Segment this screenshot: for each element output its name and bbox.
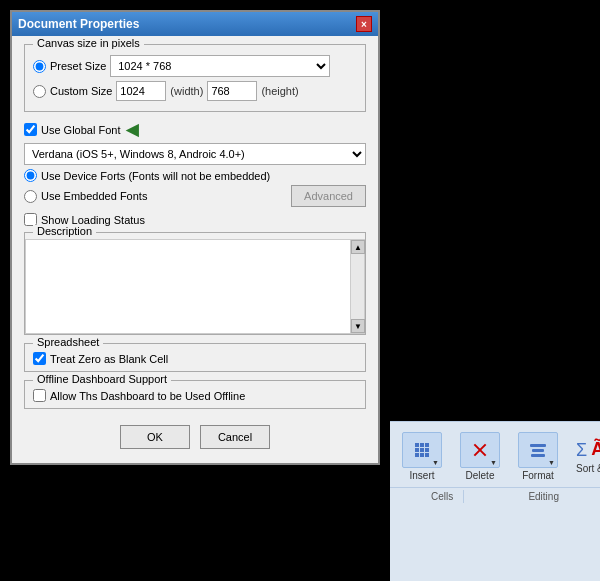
editing-group-label: Editing <box>518 490 569 503</box>
sigma-icon: Σ <box>576 441 587 459</box>
ribbon-toolbar: ▼ Insert ▼ Delete <box>390 421 600 581</box>
device-fonts-radio-label[interactable]: Use Device Forts (Fonts will not be embe… <box>24 169 270 182</box>
ok-button[interactable]: OK <box>120 425 190 449</box>
preset-size-label: Preset Size <box>50 60 106 72</box>
description-group: Description ▲ ▼ <box>24 232 366 335</box>
width-label: (width) <box>170 85 203 97</box>
delete-dropdown-arrow: ▼ <box>490 459 497 466</box>
spreadsheet-group: Spreadsheet Treat Zero as Blank Cell <box>24 343 366 372</box>
format-dropdown-arrow: ▼ <box>548 459 555 466</box>
embedded-fonts-label: Use Embedded Fonts <box>41 190 147 202</box>
allow-offline-text: Allow Ths Dashboard to be Used Offline <box>50 390 245 402</box>
custom-size-radio[interactable] <box>33 85 46 98</box>
embedded-fonts-row: Use Embedded Fonts Advanced <box>24 185 366 207</box>
sigma-row: Σ Ã ↓ <box>576 439 600 460</box>
sort-filter-label: Sort & <box>576 463 600 474</box>
allow-offline-label[interactable]: Allow Ths Dashboard to be Used Offline <box>33 389 357 402</box>
use-global-font-checkbox[interactable] <box>24 123 37 136</box>
delete-button[interactable]: ▼ <box>460 432 500 468</box>
height-input[interactable] <box>207 81 257 101</box>
description-legend: Description <box>33 225 96 237</box>
dialog-buttons: OK Cancel <box>24 417 366 455</box>
az-sort-icon: Ã <box>591 439 600 460</box>
dialog-title: Document Properties <box>18 17 139 31</box>
dialog-body: Canvas size in pixels Preset Size 1024 *… <box>12 36 378 463</box>
delete-icon <box>471 441 489 459</box>
custom-size-label: Custom Size <box>50 85 112 97</box>
embedded-fonts-radio-label[interactable]: Use Embedded Fonts <box>24 190 147 203</box>
insert-label: Insert <box>409 470 434 481</box>
height-label: (height) <box>261 85 298 97</box>
dialog-titlebar: Document Properties × <box>12 12 378 36</box>
delete-label: Delete <box>466 470 495 481</box>
font-dropdown[interactable]: Verdana (iOS 5+, Windows 8, Androic 4.0+… <box>24 143 366 165</box>
preset-size-row: Preset Size 1024 * 768 <box>33 55 357 77</box>
preset-size-dropdown[interactable]: 1024 * 768 <box>110 55 330 77</box>
arrow-indicator: ◀ <box>126 120 138 139</box>
format-label: Format <box>522 470 554 481</box>
right-panel: ▼ Insert ▼ Delete <box>390 0 600 581</box>
insert-group: ▼ Insert <box>396 428 448 485</box>
dialog-close-button[interactable]: × <box>356 16 372 32</box>
ribbon-icons-row: ▼ Insert ▼ Delete <box>390 422 600 487</box>
delete-group: ▼ Delete <box>454 428 506 485</box>
preset-size-radio[interactable] <box>33 60 46 73</box>
offline-group: Offline Dashboard Support Allow Ths Dash… <box>24 380 366 409</box>
embedded-fonts-radio[interactable] <box>24 190 37 203</box>
use-global-font-row: Use Global Font ◀ <box>24 120 366 139</box>
use-global-font-text: Use Global Font <box>41 124 120 136</box>
treat-zero-label[interactable]: Treat Zero as Blank Cell <box>33 352 357 365</box>
sort-filter-row: Sort & <box>576 463 600 474</box>
font-section: Use Global Font ◀ Verdana (iOS 5+, Windo… <box>24 120 366 207</box>
ribbon-groups-row: Cells Editing <box>390 487 600 505</box>
spreadsheet-legend: Spreadsheet <box>33 336 103 348</box>
description-textarea[interactable] <box>26 240 350 330</box>
custom-size-radio-label[interactable]: Custom Size <box>33 85 112 98</box>
show-loading-text: Show Loading Status <box>41 214 145 226</box>
sigma-button[interactable]: Σ <box>576 441 587 459</box>
insert-icon <box>415 443 429 457</box>
treat-zero-text: Treat Zero as Blank Cell <box>50 353 168 365</box>
insert-dropdown-arrow: ▼ <box>432 459 439 466</box>
scroll-up-button[interactable]: ▲ <box>351 240 365 254</box>
allow-offline-checkbox[interactable] <box>33 389 46 402</box>
preset-size-radio-label[interactable]: Preset Size <box>33 60 106 73</box>
document-properties-dialog: Document Properties × Canvas size in pix… <box>10 10 380 465</box>
format-group: ▼ Format <box>512 428 564 485</box>
use-global-font-label[interactable]: Use Global Font <box>24 123 120 136</box>
format-button[interactable]: ▼ <box>518 432 558 468</box>
insert-button[interactable]: ▼ <box>402 432 442 468</box>
format-icon <box>530 444 546 457</box>
scroll-down-button[interactable]: ▼ <box>351 319 365 333</box>
device-fonts-radio[interactable] <box>24 169 37 182</box>
offline-legend: Offline Dashboard Support <box>33 373 171 385</box>
custom-size-row: Custom Size (width) (height) <box>33 81 357 101</box>
cancel-button[interactable]: Cancel <box>200 425 270 449</box>
canvas-group-label: Canvas size in pixels <box>33 37 144 49</box>
description-scrollbar: ▲ ▼ <box>350 240 364 333</box>
cells-group-label: Cells <box>421 490 464 503</box>
device-fonts-row: Use Device Forts (Fonts will not be embe… <box>24 169 366 182</box>
advanced-button[interactable]: Advanced <box>291 185 366 207</box>
canvas-size-group: Canvas size in pixels Preset Size 1024 *… <box>24 44 366 112</box>
width-input[interactable] <box>116 81 166 101</box>
editing-group: Σ Ã ↓ Sort & <box>576 439 600 474</box>
description-container: ▲ ▼ <box>25 239 365 334</box>
device-fonts-label: Use Device Forts (Fonts will not be embe… <box>41 170 270 182</box>
treat-zero-checkbox[interactable] <box>33 352 46 365</box>
